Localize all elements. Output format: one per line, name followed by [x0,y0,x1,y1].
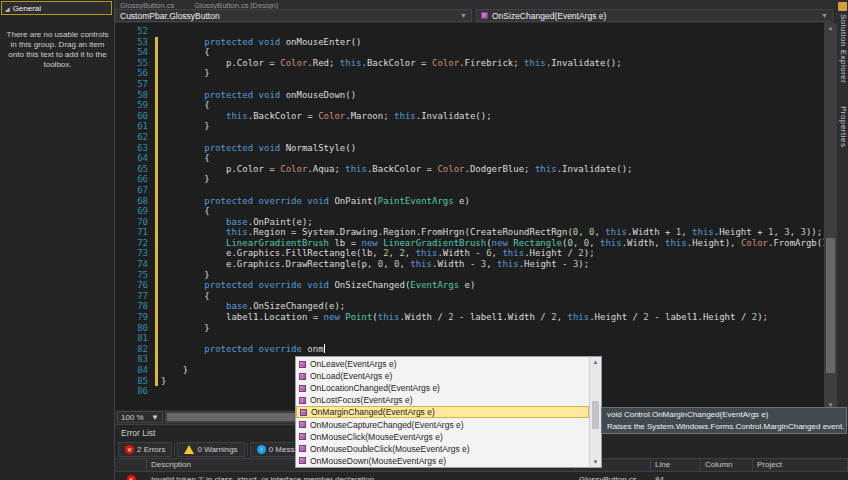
method-icon [299,457,306,464]
scroll-up-icon[interactable]: ▲ [824,23,837,33]
code-line[interactable]: 59 { [115,100,824,111]
line-number: 83 [115,354,155,365]
code-line[interactable]: 58 protected void onMouseDown() [115,90,824,101]
line-number: 64 [115,153,155,164]
code-line[interactable]: 72 LinearGradientBrush lb = new LinearGr… [115,238,824,249]
code-line[interactable]: 61 } [115,121,824,132]
code-line[interactable]: 74 e.Graphics.DrawRectangle(p, 0, 0, thi… [115,259,824,270]
change-tracking-bar [155,386,158,397]
code-line[interactable]: 66 } [115,174,824,185]
change-tracking-bar [155,376,158,387]
zoom-control[interactable]: 100 % ▼ [117,411,163,423]
method-icon [299,421,306,428]
error-row[interactable]: ✕ Invalid token '}' in class, struct, or… [115,473,848,480]
type-dropdown[interactable]: CustomPbar.GlossyButton ▼ [115,9,472,22]
code-line[interactable]: 73 e.Graphics.FillRectangle(lb, 2, 2, th… [115,248,824,259]
intellisense-item[interactable]: OnMouseDown(MouseEventArgs e) [296,455,589,467]
code-line[interactable]: 81 [115,333,824,344]
code-line[interactable]: 67 [115,185,824,196]
chevron-down-icon: ▼ [821,12,828,19]
tab-solution-explorer[interactable]: Solution Explorer [838,14,848,83]
code-line[interactable]: 80 } [115,323,824,334]
intellisense-item[interactable]: OnMarginChanged(EventArgs e) [296,406,589,418]
warnings-filter-button[interactable]: 0 Warnings [177,442,244,457]
code-editor[interactable]: 5253 protected void onMouseEnter()54 {55… [115,23,824,410]
project-column-header[interactable]: Project [753,459,848,471]
code-line[interactable]: 68 protected override void OnPaint(Paint… [115,196,824,207]
line-number: 58 [115,90,155,101]
code-line[interactable]: 62 [115,132,824,143]
method-icon [299,373,306,380]
line-number: 55 [115,58,155,69]
member-dropdown[interactable]: OnSizeChanged(EventArgs e) ▼ [476,9,833,22]
line-number: 74 [115,259,155,270]
code-line[interactable]: 53 protected void onMouseEnter() [115,37,824,48]
code-line[interactable]: 64 { [115,153,824,164]
toolbar-separator [174,443,175,456]
code-line[interactable]: 52 [115,26,824,37]
code-lines: 5253 protected void onMouseEnter()54 {55… [115,26,824,397]
code-line[interactable]: 55 p.Color = Color.Red; this.BackColor =… [115,58,824,69]
change-tracking-bar [155,333,158,344]
error-list-toolbar: ✕ 2 Errors 0 Warnings i 0 Messages [118,441,319,457]
change-tracking-bar [155,143,158,154]
tab-properties[interactable]: Properties [838,106,848,147]
change-tracking-bar [155,227,158,238]
line-number: 52 [115,26,155,37]
method-icon [300,409,307,416]
code-line[interactable]: 82 protected override onm [115,344,824,355]
code-line[interactable]: 70 base.OnPaint(e); [115,217,824,228]
scroll-up-icon[interactable]: ▲ [590,357,601,367]
intellisense-item[interactable]: OnLoad(EventArgs e) [296,370,589,382]
line-number: 68 [115,196,155,207]
change-tracking-bar [155,365,158,376]
solution-explorer-icon[interactable] [838,2,847,11]
line-number: 59 [115,100,155,111]
toolbox-group-general[interactable]: ◢ General [1,1,112,15]
change-tracking-bar [155,164,158,175]
intellisense-scrollbar[interactable]: ▲ ▼ [589,357,601,467]
intellisense-item[interactable]: OnLostFocus(EventArgs e) [296,394,589,406]
intellisense-item[interactable]: OnLeave(EventArgs e) [296,358,589,370]
member-dropdown-value: OnSizeChanged(EventArgs e) [492,11,606,21]
editor-navigation-bar: CustomPbar.GlossyButton ▼ OnSizeChanged(… [115,9,833,22]
icon-column-header[interactable] [115,459,147,471]
toolbox-group-label: General [13,4,41,13]
line-number: 60 [115,111,155,122]
code-line[interactable]: 54 { [115,47,824,58]
intellisense-item[interactable]: OnLocationChanged(EventArgs e) [296,382,589,394]
method-icon [299,445,306,452]
change-tracking-bar [155,58,158,69]
line-column-header[interactable]: Line [651,459,701,471]
line-number: 76 [115,280,155,291]
change-tracking-bar [155,238,158,249]
change-tracking-bar [155,217,158,228]
code-line[interactable]: 77 { [115,291,824,302]
code-line[interactable]: 65 p.Color = Color.Aqua; this.BackColor … [115,164,824,175]
code-line[interactable]: 56 } [115,68,824,79]
scrollbar-thumb[interactable] [592,401,599,429]
code-line[interactable]: 78 base.OnSizeChanged(e); [115,301,824,312]
intellisense-item[interactable]: OnMouseCaptureChanged(EventArgs e) [296,418,589,430]
editor-vertical-scrollbar[interactable]: ▲ ▼ [824,23,837,410]
code-line[interactable]: 60 this.BackColor = Color.Maroon; this.I… [115,111,824,122]
code-line[interactable]: 79 label1.Location = new Point(this.Widt… [115,312,824,323]
code-line[interactable]: 76 protected override void OnSizeChanged… [115,280,824,291]
intellisense-item[interactable]: OnMouseClick(MouseEventArgs e) [296,431,589,443]
change-tracking-bar [155,312,158,323]
errors-filter-button[interactable]: ✕ 2 Errors [118,442,172,457]
column-column-header[interactable]: Column [701,459,753,471]
code-line[interactable]: 71 this.Region = System.Drawing.Region.F… [115,227,824,238]
change-tracking-bar [155,301,158,312]
scroll-down-icon[interactable]: ▼ [590,457,601,467]
line-number: 54 [115,47,155,58]
intellisense-item[interactable]: OnMouseDoubleClick(MouseEventArgs e) [296,443,589,455]
code-line[interactable]: 63 protected void NormalStyle() [115,143,824,154]
change-tracking-bar [155,47,158,58]
code-line[interactable]: 57 [115,79,824,90]
text-caret [324,344,325,353]
code-line[interactable]: 75 } [115,270,824,281]
method-icon [299,361,306,368]
scrollbar-thumb[interactable] [826,238,835,373]
code-line[interactable]: 69 { [115,206,824,217]
